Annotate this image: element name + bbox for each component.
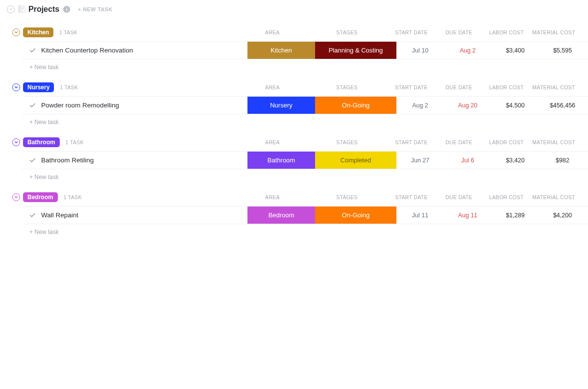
column-due-date[interactable]: DUE DATE <box>435 194 483 200</box>
column-headers: AREASTAGESSTART DATEDUE DATELABOR COSTMA… <box>239 139 579 145</box>
task-left: Wall Repaint <box>22 207 247 224</box>
column-stages[interactable]: STAGES <box>306 194 388 200</box>
task-count: 1 TASK <box>64 194 82 200</box>
material-cost[interactable]: $4,200 <box>539 207 588 224</box>
check-icon[interactable] <box>29 47 36 54</box>
page-title: Projects <box>28 5 59 14</box>
column-area[interactable]: AREA <box>239 29 306 35</box>
due-date[interactable]: Jul 6 <box>444 152 491 169</box>
group: Bathroom1 TASKAREASTAGESSTART DATEDUE DA… <box>0 137 588 181</box>
stage-tag[interactable]: Completed <box>315 152 396 169</box>
column-due-date[interactable]: DUE DATE <box>435 84 483 90</box>
group-label[interactable]: Kitchen <box>23 27 53 37</box>
task-row[interactable]: Powder room RemodellingNurseryOn-GoingAu… <box>22 96 588 114</box>
task-left: Kitchen Countertop Renovation <box>22 42 247 59</box>
column-material-cost[interactable]: MATERIAL COST <box>530 29 579 35</box>
task-name[interactable]: Bathroom Retiling <box>41 156 94 164</box>
group: Bedroom1 TASKAREASTAGESSTART DATEDUE DAT… <box>0 192 588 235</box>
check-icon[interactable] <box>29 102 36 109</box>
column-material-cost[interactable]: MATERIAL COST <box>530 139 579 145</box>
stage-tag[interactable]: On-Going <box>315 207 396 224</box>
column-due-date[interactable]: DUE DATE <box>435 29 483 35</box>
material-cost[interactable]: $456,456 <box>539 97 588 114</box>
material-cost[interactable]: $982 <box>539 152 588 169</box>
document-icon <box>18 5 25 14</box>
groups-container: Kitchen1 TASKAREASTAGESSTART DATEDUE DAT… <box>0 27 588 245</box>
area-tag[interactable]: Bedroom <box>247 207 315 224</box>
task-left: Powder room Remodelling <box>22 97 247 114</box>
column-area[interactable]: AREA <box>239 84 306 90</box>
task-name[interactable]: Kitchen Countertop Renovation <box>41 47 133 54</box>
task-row[interactable]: Wall RepaintBedroomOn-GoingJul 11Aug 11$… <box>22 206 588 224</box>
due-date[interactable]: Aug 20 <box>444 97 491 114</box>
group-label[interactable]: Bathroom <box>23 137 60 147</box>
column-stages[interactable]: STAGES <box>306 139 388 145</box>
due-date[interactable]: Aug 11 <box>444 207 491 224</box>
column-labor-cost[interactable]: LABOR COST <box>483 84 530 90</box>
column-headers: AREASTAGESSTART DATEDUE DATELABOR COSTMA… <box>239 29 579 35</box>
labor-cost[interactable]: $4,500 <box>491 97 539 114</box>
area-tag[interactable]: Bathroom <box>247 152 315 169</box>
column-labor-cost[interactable]: LABOR COST <box>483 194 530 200</box>
due-date[interactable]: Aug 2 <box>444 42 491 59</box>
group: Kitchen1 TASKAREASTAGESSTART DATEDUE DAT… <box>0 27 588 71</box>
area-tag[interactable]: Nursery <box>247 97 315 114</box>
column-area[interactable]: AREA <box>239 139 306 145</box>
check-icon[interactable] <box>29 156 36 164</box>
column-stages[interactable]: STAGES <box>306 29 388 35</box>
info-icon[interactable]: i <box>63 6 70 13</box>
column-start-date[interactable]: START DATE <box>388 194 435 200</box>
task-count: 1 TASK <box>66 139 84 145</box>
new-task-button[interactable]: + New task <box>0 114 588 126</box>
group-header: Bathroom1 TASKAREASTAGESSTART DATEDUE DA… <box>0 137 588 151</box>
task-row[interactable]: Bathroom RetilingBathroomCompletedJun 27… <box>22 151 588 169</box>
material-cost[interactable]: $5,595 <box>539 42 588 59</box>
area-tag[interactable]: Kitchen <box>247 42 315 59</box>
stage-tag[interactable]: On-Going <box>315 97 396 114</box>
start-date[interactable]: Aug 2 <box>396 97 444 114</box>
page-header: Projects i + NEW TASK <box>0 0 588 19</box>
column-headers: AREASTAGESSTART DATEDUE DATELABOR COSTMA… <box>239 194 579 200</box>
task-count: 1 TASK <box>60 84 78 90</box>
labor-cost[interactable]: $1,289 <box>491 207 539 224</box>
stage-tag[interactable]: Planning & Costing <box>315 42 396 59</box>
labor-cost[interactable]: $3,400 <box>491 42 539 59</box>
column-material-cost[interactable]: MATERIAL COST <box>530 194 579 200</box>
chevron-down-icon[interactable] <box>12 28 20 36</box>
task-name[interactable]: Powder room Remodelling <box>41 102 119 109</box>
chevron-down-icon[interactable] <box>12 83 20 91</box>
group: Nursery1 TASKAREASTAGESSTART DATEDUE DAT… <box>0 82 588 126</box>
column-stages[interactable]: STAGES <box>306 84 388 90</box>
group-header: Bedroom1 TASKAREASTAGESSTART DATEDUE DAT… <box>0 192 588 206</box>
column-start-date[interactable]: START DATE <box>388 29 435 35</box>
column-area[interactable]: AREA <box>239 194 306 200</box>
column-start-date[interactable]: START DATE <box>388 139 435 145</box>
chevron-down-icon[interactable] <box>12 138 20 146</box>
start-date[interactable]: Jul 10 <box>396 42 444 59</box>
start-date[interactable]: Jul 11 <box>396 207 444 224</box>
group-header: Kitchen1 TASKAREASTAGESSTART DATEDUE DAT… <box>0 27 588 41</box>
new-task-button[interactable]: + New task <box>0 169 588 181</box>
group-label[interactable]: Nursery <box>23 82 54 92</box>
collapse-all-icon[interactable] <box>7 5 15 13</box>
group-header: Nursery1 TASKAREASTAGESSTART DATEDUE DAT… <box>0 82 588 96</box>
labor-cost[interactable]: $3,420 <box>491 152 539 169</box>
column-headers: AREASTAGESSTART DATEDUE DATELABOR COSTMA… <box>239 84 579 90</box>
column-due-date[interactable]: DUE DATE <box>435 139 483 145</box>
task-name[interactable]: Wall Repaint <box>41 211 78 219</box>
task-left: Bathroom Retiling <box>22 152 247 169</box>
chevron-down-icon[interactable] <box>12 193 20 201</box>
new-task-button[interactable]: + New task <box>0 224 588 235</box>
new-task-button[interactable]: + New task <box>0 59 588 71</box>
column-labor-cost[interactable]: LABOR COST <box>483 29 530 35</box>
column-labor-cost[interactable]: LABOR COST <box>483 139 530 145</box>
group-label[interactable]: Bedroom <box>23 192 58 202</box>
task-count: 1 TASK <box>59 29 77 35</box>
start-date[interactable]: Jun 27 <box>396 152 444 169</box>
column-material-cost[interactable]: MATERIAL COST <box>530 84 579 90</box>
column-start-date[interactable]: START DATE <box>388 84 435 90</box>
check-icon[interactable] <box>29 211 36 219</box>
header-new-task-button[interactable]: + NEW TASK <box>78 6 112 12</box>
task-row[interactable]: Kitchen Countertop RenovationKitchenPlan… <box>22 41 588 59</box>
